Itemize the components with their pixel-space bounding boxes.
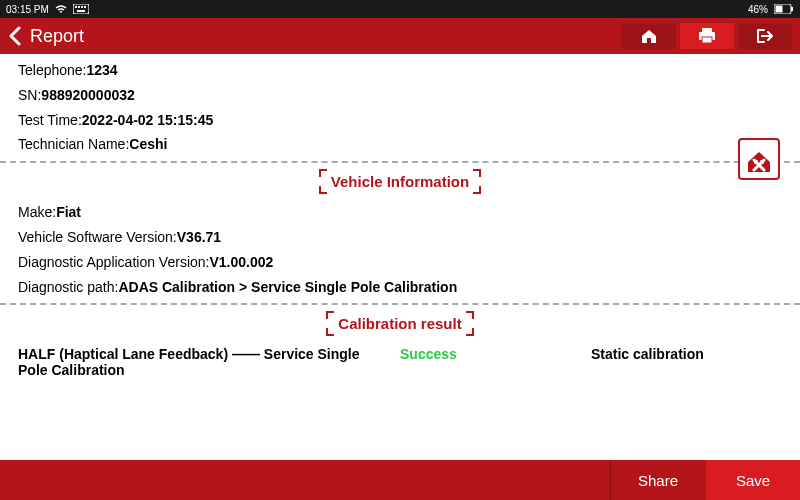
divider	[0, 161, 800, 163]
result-status: Success	[400, 346, 591, 378]
svg-rect-3	[81, 6, 83, 8]
svg-rect-7	[776, 6, 783, 13]
title-bar: Report	[0, 18, 800, 54]
test-time-value: 2022-04-02 15:15:45	[82, 112, 214, 128]
telephone-row: Telephone:1234	[18, 62, 782, 79]
back-button[interactable]	[8, 26, 22, 46]
sw-version-row: Vehicle Software Version:V36.71	[18, 229, 782, 246]
result-type: Static calibration	[591, 346, 782, 378]
svg-rect-5	[77, 10, 85, 12]
save-button[interactable]: Save	[705, 460, 800, 500]
exit-button[interactable]	[738, 23, 792, 49]
diag-path-value: ADAS Calibration > Service Single Pole C…	[118, 279, 457, 295]
svg-rect-4	[84, 6, 86, 8]
status-bar: 03:15 PM 46%	[0, 0, 800, 18]
sw-version-value: V36.71	[177, 229, 221, 245]
sn-row: SN:988920000032	[18, 87, 782, 104]
battery-icon	[774, 4, 794, 14]
diag-app-row: Diagnostic Application Version:V1.00.002	[18, 254, 782, 271]
diag-app-value: V1.00.002	[209, 254, 273, 270]
report-content: Telephone:1234 SN:988920000032 Test Time…	[0, 54, 800, 460]
calibration-result-row: HALF (Haptical Lane Feedback) —— Service…	[18, 346, 782, 378]
make-label: Make:	[18, 204, 56, 220]
calibration-result-title: Calibration result	[338, 315, 461, 332]
bottom-bar: Share Save	[0, 460, 800, 500]
calibration-result-header: Calibration result	[18, 313, 782, 334]
telephone-label: Telephone:	[18, 62, 87, 78]
svg-rect-8	[791, 7, 793, 11]
test-time-row: Test Time:2022-04-02 15:15:45	[18, 112, 782, 129]
vehicle-info-title: Vehicle Information	[331, 173, 469, 190]
svg-point-13	[760, 160, 764, 164]
page-title: Report	[30, 26, 84, 47]
svg-rect-1	[75, 6, 77, 8]
vehicle-info-header: Vehicle Information	[18, 171, 782, 192]
sn-value: 988920000032	[41, 87, 134, 103]
battery-percent: 46%	[748, 4, 768, 15]
svg-rect-11	[702, 37, 712, 43]
make-value: Fiat	[56, 204, 81, 220]
make-row: Make:Fiat	[18, 204, 782, 221]
test-time-label: Test Time:	[18, 112, 82, 128]
sw-version-label: Vehicle Software Version:	[18, 229, 177, 245]
technician-value: Ceshi	[129, 136, 167, 152]
keyboard-icon	[73, 4, 89, 14]
svg-rect-0	[73, 4, 89, 14]
technician-label: Technician Name:	[18, 136, 129, 152]
divider	[0, 303, 800, 305]
svg-point-12	[754, 160, 758, 164]
wifi-icon	[55, 4, 67, 14]
status-time: 03:15 PM	[6, 4, 49, 15]
sn-label: SN:	[18, 87, 41, 103]
diag-path-label: Diagnostic path:	[18, 279, 118, 295]
svg-rect-2	[78, 6, 80, 8]
result-name: HALF (Haptical Lane Feedback) —— Service…	[18, 346, 400, 378]
home-button[interactable]	[622, 23, 676, 49]
share-button[interactable]: Share	[610, 460, 705, 500]
diag-path-row: Diagnostic path:ADAS Calibration > Servi…	[18, 279, 782, 296]
technician-row: Technician Name:Ceshi	[18, 136, 782, 153]
svg-rect-9	[702, 28, 712, 32]
diag-app-label: Diagnostic Application Version:	[18, 254, 209, 270]
telephone-value: 1234	[87, 62, 118, 78]
print-button[interactable]	[680, 23, 734, 49]
